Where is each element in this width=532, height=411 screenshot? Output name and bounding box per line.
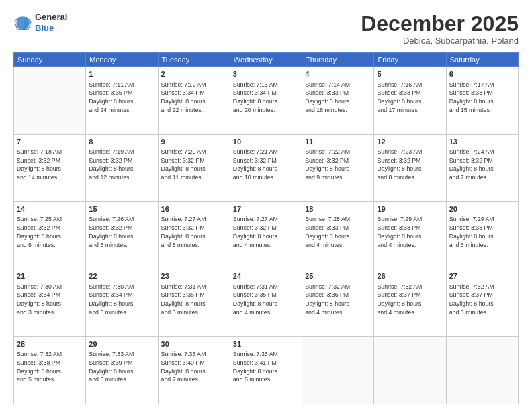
calendar-week-row: 21Sunrise: 7:30 AM Sunset: 3:34 PM Dayli… — [14, 269, 519, 336]
day-info: Sunrise: 7:31 AM Sunset: 3:35 PM Dayligh… — [161, 283, 227, 317]
day-number: 14 — [17, 204, 83, 214]
logo-text: General Blue — [35, 12, 67, 33]
day-info: Sunrise: 7:21 AM Sunset: 3:32 PM Dayligh… — [233, 148, 299, 182]
day-number: 10 — [233, 137, 299, 147]
table-row: 20Sunrise: 7:29 AM Sunset: 3:33 PM Dayli… — [446, 201, 518, 269]
day-info: Sunrise: 7:20 AM Sunset: 3:32 PM Dayligh… — [161, 148, 227, 182]
day-info: Sunrise: 7:32 AM Sunset: 3:37 PM Dayligh… — [377, 283, 443, 317]
day-info: Sunrise: 7:33 AM Sunset: 3:40 PM Dayligh… — [161, 350, 227, 384]
table-row — [446, 336, 518, 404]
table-row: 26Sunrise: 7:32 AM Sunset: 3:37 PM Dayli… — [374, 269, 446, 336]
table-row: 4Sunrise: 7:14 AM Sunset: 3:33 PM Daylig… — [302, 67, 374, 134]
table-row: 27Sunrise: 7:32 AM Sunset: 3:37 PM Dayli… — [446, 269, 518, 336]
header: General Blue December 2025 Debica, Subca… — [13, 12, 519, 46]
day-info: Sunrise: 7:13 AM Sunset: 3:34 PM Dayligh… — [233, 81, 299, 115]
header-wednesday: Wednesday — [230, 53, 302, 67]
logo-general: General — [35, 12, 67, 23]
table-row: 12Sunrise: 7:23 AM Sunset: 3:32 PM Dayli… — [374, 134, 446, 201]
table-row: 30Sunrise: 7:33 AM Sunset: 3:40 PM Dayli… — [158, 336, 230, 404]
table-row: 19Sunrise: 7:29 AM Sunset: 3:33 PM Dayli… — [374, 201, 446, 269]
table-row: 24Sunrise: 7:31 AM Sunset: 3:35 PM Dayli… — [230, 269, 302, 336]
day-info: Sunrise: 7:22 AM Sunset: 3:32 PM Dayligh… — [305, 148, 371, 182]
table-row — [14, 67, 86, 134]
month-title: December 2025 — [361, 12, 519, 36]
day-number: 1 — [89, 69, 154, 79]
table-row: 17Sunrise: 7:27 AM Sunset: 3:32 PM Dayli… — [230, 201, 302, 269]
day-info: Sunrise: 7:25 AM Sunset: 3:32 PM Dayligh… — [17, 215, 83, 249]
day-info: Sunrise: 7:30 AM Sunset: 3:34 PM Dayligh… — [17, 283, 83, 317]
day-info: Sunrise: 7:33 AM Sunset: 3:41 PM Dayligh… — [233, 350, 299, 384]
day-number: 23 — [161, 271, 227, 281]
table-row: 15Sunrise: 7:26 AM Sunset: 3:32 PM Dayli… — [86, 201, 158, 269]
table-row: 7Sunrise: 7:18 AM Sunset: 3:32 PM Daylig… — [14, 134, 86, 201]
table-row: 22Sunrise: 7:30 AM Sunset: 3:34 PM Dayli… — [86, 269, 158, 336]
day-number: 11 — [305, 137, 371, 147]
table-row: 23Sunrise: 7:31 AM Sunset: 3:35 PM Dayli… — [158, 269, 230, 336]
day-number: 28 — [17, 339, 83, 349]
table-row: 9Sunrise: 7:20 AM Sunset: 3:32 PM Daylig… — [158, 134, 230, 201]
day-info: Sunrise: 7:30 AM Sunset: 3:34 PM Dayligh… — [89, 283, 154, 317]
day-info: Sunrise: 7:33 AM Sunset: 3:39 PM Dayligh… — [89, 350, 154, 384]
day-info: Sunrise: 7:17 AM Sunset: 3:33 PM Dayligh… — [449, 81, 515, 115]
day-number: 9 — [161, 137, 227, 147]
day-info: Sunrise: 7:11 AM Sunset: 3:35 PM Dayligh… — [89, 81, 154, 115]
table-row: 2Sunrise: 7:12 AM Sunset: 3:34 PM Daylig… — [158, 67, 230, 134]
day-info: Sunrise: 7:26 AM Sunset: 3:32 PM Dayligh… — [89, 215, 154, 249]
title-block: December 2025 Debica, Subcarpathia, Pola… — [361, 12, 519, 46]
header-sunday: Sunday — [14, 53, 86, 67]
day-info: Sunrise: 7:31 AM Sunset: 3:35 PM Dayligh… — [233, 283, 299, 317]
logo: General Blue — [13, 12, 67, 33]
table-row: 8Sunrise: 7:19 AM Sunset: 3:32 PM Daylig… — [86, 134, 158, 201]
calendar-week-row: 28Sunrise: 7:32 AM Sunset: 3:38 PM Dayli… — [14, 336, 519, 404]
table-row: 28Sunrise: 7:32 AM Sunset: 3:38 PM Dayli… — [14, 336, 86, 404]
day-number: 4 — [305, 69, 371, 79]
table-row: 18Sunrise: 7:28 AM Sunset: 3:33 PM Dayli… — [302, 201, 374, 269]
day-number: 27 — [449, 271, 515, 281]
table-row — [374, 336, 446, 404]
calendar-week-row: 7Sunrise: 7:18 AM Sunset: 3:32 PM Daylig… — [14, 134, 519, 201]
day-info: Sunrise: 7:23 AM Sunset: 3:32 PM Dayligh… — [377, 148, 443, 182]
calendar: Sunday Monday Tuesday Wednesday Thursday… — [13, 52, 519, 404]
table-row: 5Sunrise: 7:16 AM Sunset: 3:33 PM Daylig… — [374, 67, 446, 134]
day-info: Sunrise: 7:29 AM Sunset: 3:33 PM Dayligh… — [377, 215, 443, 249]
day-info: Sunrise: 7:24 AM Sunset: 3:32 PM Dayligh… — [449, 148, 515, 182]
day-info: Sunrise: 7:14 AM Sunset: 3:33 PM Dayligh… — [305, 81, 371, 115]
header-thursday: Thursday — [302, 53, 374, 67]
table-row — [302, 336, 374, 404]
table-row: 11Sunrise: 7:22 AM Sunset: 3:32 PM Dayli… — [302, 134, 374, 201]
header-saturday: Saturday — [446, 53, 518, 67]
day-number: 21 — [17, 271, 83, 281]
table-row: 16Sunrise: 7:27 AM Sunset: 3:32 PM Dayli… — [158, 201, 230, 269]
table-row: 14Sunrise: 7:25 AM Sunset: 3:32 PM Dayli… — [14, 201, 86, 269]
day-number: 5 — [377, 69, 443, 79]
day-number: 19 — [377, 204, 443, 214]
day-number: 13 — [449, 137, 515, 147]
day-info: Sunrise: 7:27 AM Sunset: 3:32 PM Dayligh… — [161, 215, 227, 249]
day-number: 18 — [305, 204, 371, 214]
calendar-header-row: Sunday Monday Tuesday Wednesday Thursday… — [14, 53, 519, 67]
day-number: 20 — [449, 204, 515, 214]
day-number: 16 — [161, 204, 227, 214]
table-row: 25Sunrise: 7:32 AM Sunset: 3:36 PM Dayli… — [302, 269, 374, 336]
day-number: 24 — [233, 271, 299, 281]
day-number: 17 — [233, 204, 299, 214]
day-number: 6 — [449, 69, 515, 79]
day-number: 25 — [305, 271, 371, 281]
table-row: 6Sunrise: 7:17 AM Sunset: 3:33 PM Daylig… — [446, 67, 518, 134]
table-row: 31Sunrise: 7:33 AM Sunset: 3:41 PM Dayli… — [230, 336, 302, 404]
header-friday: Friday — [374, 53, 446, 67]
day-number: 12 — [377, 137, 443, 147]
day-number: 26 — [377, 271, 443, 281]
logo-icon — [13, 13, 32, 32]
table-row: 13Sunrise: 7:24 AM Sunset: 3:32 PM Dayli… — [446, 134, 518, 201]
day-number: 22 — [89, 271, 154, 281]
table-row: 29Sunrise: 7:33 AM Sunset: 3:39 PM Dayli… — [86, 336, 158, 404]
day-info: Sunrise: 7:18 AM Sunset: 3:32 PM Dayligh… — [17, 148, 83, 182]
day-number: 8 — [89, 137, 154, 147]
table-row: 21Sunrise: 7:30 AM Sunset: 3:34 PM Dayli… — [14, 269, 86, 336]
day-number: 30 — [161, 339, 227, 349]
header-monday: Monday — [86, 53, 158, 67]
day-number: 2 — [161, 69, 227, 79]
day-number: 29 — [89, 339, 154, 349]
day-info: Sunrise: 7:16 AM Sunset: 3:33 PM Dayligh… — [377, 81, 443, 115]
